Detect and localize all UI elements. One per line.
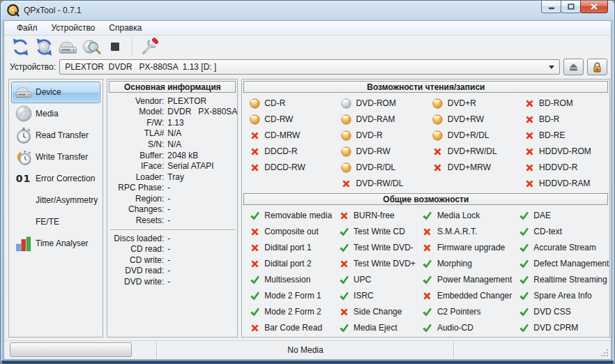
capability-media-eject: Media Eject (332, 320, 416, 336)
capability-dvd-mrw: DVD+MRW (426, 160, 517, 176)
info-row-label: S/N: (109, 139, 164, 151)
cross-icon (249, 259, 260, 268)
info-row-label: TLA# (109, 128, 164, 139)
capability-label: Test Write DVD- (354, 243, 413, 252)
capability-cd-r: CD-R (243, 96, 334, 112)
app-window: QPxTool - 0.7.1 ФайлУстройствоСправка Ус… (0, 0, 615, 364)
capability-dvd-cprm: DVD CPRM (512, 320, 609, 336)
statusbar-separator (453, 342, 455, 358)
scan-media-button[interactable] (79, 36, 103, 58)
info-row-label: Buffer: (109, 151, 164, 162)
refresh-media-icon (35, 38, 54, 56)
eject-button[interactable] (563, 59, 584, 75)
capability-label: DVD+R (448, 98, 476, 108)
info-row-changes: Changes:- (109, 204, 235, 215)
menu-item-help[interactable]: Справка (102, 21, 149, 36)
capability-label: BD-RE (539, 130, 565, 140)
info-row-label: Loader: (109, 172, 164, 183)
menu-item-file[interactable]: Файл (10, 21, 45, 36)
sidebar-item-media[interactable]: Media (11, 103, 100, 125)
capability-power-management: Power Management (416, 272, 512, 288)
sidebar: DeviceMediaRead TransferWrite Transfer01… (8, 79, 103, 338)
minimize-button[interactable] (541, 1, 561, 13)
capability-label: DVD-R/DL (356, 162, 396, 172)
disc-icon (341, 146, 352, 157)
drive-info-button[interactable] (56, 36, 79, 58)
close-button[interactable] (580, 1, 608, 13)
info-row-label: Vendor: (109, 96, 164, 107)
sidebar-item-error-correction[interactable]: 01Error Correction (11, 168, 100, 190)
capability-label: Morphing (437, 259, 472, 268)
cross-icon (249, 324, 260, 333)
cross-icon (249, 227, 260, 236)
check-icon (338, 324, 349, 333)
check-icon (338, 275, 349, 285)
sidebar-item-read-transfer[interactable]: Read Transfer (11, 125, 100, 146)
digits-01-icon: 01 (14, 173, 33, 184)
stop-icon (110, 42, 120, 52)
cross-icon (524, 131, 535, 140)
capability-label: Audio-CD (437, 323, 473, 333)
capability-label: ISRC (354, 291, 374, 301)
stopwatch-flame-icon (14, 149, 33, 165)
capability-bd-re: BD-RE (517, 128, 609, 144)
device-combobox-value: PLEXTOR DVDR PX-880SA 1.13 [D: ] (65, 62, 216, 72)
cross-icon (249, 131, 260, 140)
capability-morphing: Morphing (416, 256, 512, 272)
rescan-devices-button[interactable] (8, 36, 32, 58)
device-combobox[interactable]: PLEXTOR DVDR PX-880SA 1.13 [D: ] (59, 59, 560, 75)
client-area: ФайлУстройствоСправка Устройство: PLEXTO… (3, 20, 612, 360)
sidebar-item-device[interactable]: Device (11, 82, 100, 103)
sidebar-item-fe-te[interactable]: FE/TE (11, 211, 100, 233)
check-icon (422, 211, 433, 220)
capability-label: DVD+R/DL (448, 130, 489, 140)
preferences-button[interactable] (137, 36, 161, 58)
menu-item-device[interactable]: Устройство (45, 21, 102, 36)
resize-grip-icon[interactable] (600, 349, 609, 357)
sidebar-item-write-transfer[interactable]: Write Transfer (11, 146, 100, 168)
info-row-resets: Resets:- (109, 215, 235, 227)
check-icon (422, 259, 433, 268)
info-row-value: - (167, 266, 170, 277)
capability-test-write-dvd: Test Write DVD- (332, 240, 416, 256)
stop-button[interactable] (103, 36, 127, 58)
capability-firmware-upgrade: Firmware upgrade (416, 240, 512, 256)
check-icon (249, 291, 260, 301)
refresh-media-button[interactable] (32, 36, 56, 58)
lock-button[interactable] (587, 59, 607, 75)
sidebar-item-jitter-asymmetry[interactable]: Jitter/Asymmetry (11, 190, 100, 211)
cross-icon (432, 147, 443, 156)
maximize-button[interactable] (561, 1, 581, 13)
info-row-iface: IFace:Serial ATAPI (109, 161, 235, 172)
capability-label: Media Eject (354, 323, 397, 333)
check-icon (518, 211, 529, 220)
sidebar-item-time-analyser[interactable]: Time Analyser (11, 233, 100, 255)
capability-label: DVD-RW (356, 146, 390, 156)
sidebar-item-label: Media (36, 109, 59, 119)
info-rows-main: Vendor:PLEXTORModel:DVDR PX-880SAF/W:1.1… (108, 93, 236, 227)
capability-didital-port-1: Didital port 1 (243, 240, 332, 256)
check-icon (518, 259, 529, 268)
capabilities-column: DAECD-textAccurate StreamDefect Manageme… (512, 208, 609, 336)
capability-label: DDCD-RW (264, 162, 305, 172)
check-icon (249, 308, 260, 317)
cross-icon (249, 147, 260, 156)
capability-label: DVD-R (356, 130, 383, 140)
capability-hddvd-ram: HDDVD-RAM (517, 176, 609, 192)
capability-dvd-rw-dl: DVD+RW/DL (426, 144, 517, 160)
capability-ddcd-rw: DDCD-RW (243, 160, 334, 176)
info-row-value: N/A (167, 139, 181, 151)
info-row-tla: TLA#N/A (109, 128, 235, 139)
info-row-value: N/A (167, 128, 181, 139)
cross-icon (338, 211, 349, 220)
capability-label: DAE (533, 211, 551, 220)
stopwatch-icon (14, 127, 33, 144)
title-bar[interactable]: QPxTool - 0.7.1 (1, 1, 614, 20)
capability-cd-text: CD-text (512, 224, 609, 240)
general-capabilities-section: Общие возможности Removable mediaComposi… (243, 192, 609, 336)
capability-didital-port-2: Didital port 2 (243, 256, 332, 272)
check-icon (518, 275, 529, 285)
info-row-cd-read: CD read:- (109, 244, 235, 255)
cross-icon (338, 259, 349, 268)
info-row-label: DVD write: (109, 277, 164, 288)
